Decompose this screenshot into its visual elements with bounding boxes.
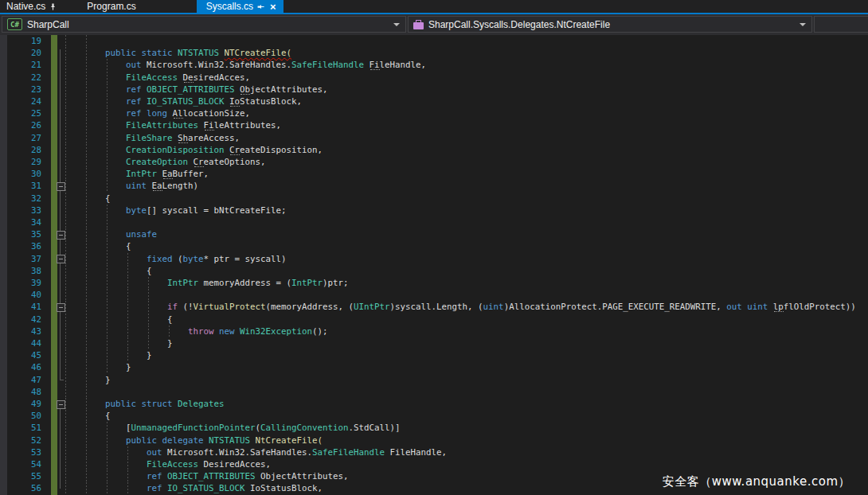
indent-guide	[107, 289, 108, 301]
fold-toggle[interactable]	[57, 400, 65, 409]
code-text: {	[64, 410, 111, 422]
code-line: 52 public delegate NTSTATUS NtCreateFile…	[0, 435, 868, 446]
code-line: 49 public struct Delegates	[0, 398, 868, 410]
change-tracking-bar	[51, 374, 57, 386]
change-tracking-bar	[51, 265, 57, 277]
code-line: 43 throw new Win32Exception();	[0, 325, 868, 337]
code-text: unsafe	[64, 228, 157, 240]
code-line: 28 CreationDisposition CreateDisposition…	[0, 144, 868, 156]
code-text: {	[64, 314, 173, 325]
change-tracking-bar	[51, 386, 57, 398]
line-number: 22	[0, 72, 41, 84]
code-editor[interactable]: 1920 public static NTSTATUS NTCreateFile…	[0, 35, 868, 495]
fold-toggle[interactable]	[57, 303, 65, 312]
code-line: 35 unsafe	[0, 228, 868, 240]
tab-syscalls-cs[interactable]: Syscalls.cs ×	[197, 0, 283, 13]
change-tracking-bar	[51, 289, 57, 301]
tab-program-cs[interactable]: Program.cs	[66, 0, 164, 13]
indent-guide	[65, 35, 66, 47]
line-number: 39	[0, 277, 41, 289]
change-tracking-bar	[51, 59, 57, 71]
line-number: 47	[0, 374, 41, 386]
code-line: 38 {	[0, 265, 868, 277]
code-line: 25 ref long AllocationSize,	[0, 107, 868, 119]
fold-toggle[interactable]	[57, 255, 65, 263]
code-line: 50 {	[0, 410, 868, 422]
csharp-project-icon: C#	[7, 18, 22, 30]
code-text: ref OBJECT_ATTRIBUTES ObjectAttributes,	[64, 84, 328, 95]
tab-label: Native.cs	[6, 1, 45, 12]
code-text: ref IO_STATUS_BLOCK IoStatusBlock,	[64, 482, 323, 494]
code-line: 23 ref OBJECT_ATTRIBUTES ObjectAttribute…	[0, 84, 868, 95]
line-number: 42	[0, 314, 41, 325]
pin-icon[interactable]	[49, 2, 57, 11]
change-tracking-bar	[51, 132, 57, 144]
code-line: 46 }	[0, 361, 868, 373]
line-number: 48	[0, 386, 41, 398]
pin-icon[interactable]	[257, 2, 264, 11]
code-line: 29 CreateOption CreateOptions,	[0, 156, 868, 168]
indent-guide	[86, 35, 87, 47]
line-number: 37	[0, 253, 41, 265]
code-text: out Microsoft.Win32.SafeHandles.SafeFile…	[64, 446, 447, 458]
code-line: 51 [UnmanagedFunctionPointer(CallingConv…	[0, 422, 868, 434]
change-tracking-bar	[51, 84, 57, 95]
code-line: 20 public static NTSTATUS NTCreateFile(	[0, 47, 868, 59]
line-number: 45	[0, 349, 41, 361]
code-text: {	[64, 265, 152, 277]
code-line: 34	[0, 216, 868, 228]
code-line: 32 {	[0, 193, 868, 205]
code-text: CreateOption CreateOptions,	[64, 156, 266, 168]
change-tracking-bar	[51, 277, 57, 289]
change-tracking-bar	[51, 422, 57, 434]
code-text: ref OBJECT_ATTRIBUTES ObjectAttributes,	[64, 470, 349, 482]
code-line: 19	[0, 35, 868, 47]
indent-guide	[65, 289, 66, 301]
code-text: uint EaLength)	[64, 180, 198, 192]
code-text: public static NTSTATUS NTCreateFile(	[64, 47, 291, 59]
close-icon[interactable]: ×	[270, 2, 276, 12]
change-tracking-bar	[51, 337, 57, 349]
code-text: FileAccess DesiredAcces,	[64, 72, 250, 84]
code-line: 44 }	[0, 337, 868, 349]
code-text: {	[64, 193, 111, 205]
change-tracking-bar	[51, 410, 57, 422]
code-line: 47 }	[0, 374, 868, 386]
change-tracking-bar	[51, 95, 57, 107]
code-text: {	[64, 240, 131, 252]
empty-combo[interactable]	[814, 16, 868, 33]
indent-guide	[65, 386, 66, 398]
line-number: 56	[0, 482, 41, 494]
fold-toggle[interactable]	[57, 231, 65, 240]
member-combo[interactable]: SharpCall.Syscalls.Delegates.NtCreateFil…	[408, 16, 812, 33]
code-line: 48	[0, 386, 868, 398]
line-number: 52	[0, 435, 41, 446]
line-number: 49	[0, 398, 41, 410]
code-line: 24 ref IO_STATUS_BLOCK IoStatusBlock,	[0, 95, 868, 107]
project-combo[interactable]: C# SharpCall	[2, 16, 406, 33]
indent-guide	[86, 386, 87, 398]
line-number: 41	[0, 301, 41, 313]
change-tracking-bar	[51, 193, 57, 205]
fold-line-end	[60, 380, 64, 380]
tab-bar: Native.cs Program.cs Syscalls.cs ×	[0, 0, 868, 14]
tab-label: Program.cs	[87, 1, 135, 12]
fold-toggle[interactable]	[57, 182, 65, 191]
line-number: 24	[0, 95, 41, 107]
tab-native-cs[interactable]: Native.cs	[0, 0, 66, 13]
line-number: 44	[0, 337, 41, 349]
indent-guide	[127, 289, 128, 301]
change-tracking-bar	[51, 349, 57, 361]
code-line: 26 FileAttributes FileAttributes,	[0, 119, 868, 131]
change-tracking-bar	[51, 216, 57, 228]
line-number: 53	[0, 446, 41, 458]
chevron-down-icon	[800, 23, 806, 26]
line-number: 20	[0, 47, 41, 59]
code-line: 39 IntPtr memoryAddress = (IntPtr)ptr;	[0, 277, 868, 289]
fold-line	[60, 400, 61, 489]
project-combo-value: SharpCall	[27, 19, 69, 30]
change-tracking-bar	[51, 314, 57, 325]
change-tracking-bar	[51, 361, 57, 373]
change-tracking-bar	[51, 446, 57, 458]
line-number: 46	[0, 361, 41, 373]
